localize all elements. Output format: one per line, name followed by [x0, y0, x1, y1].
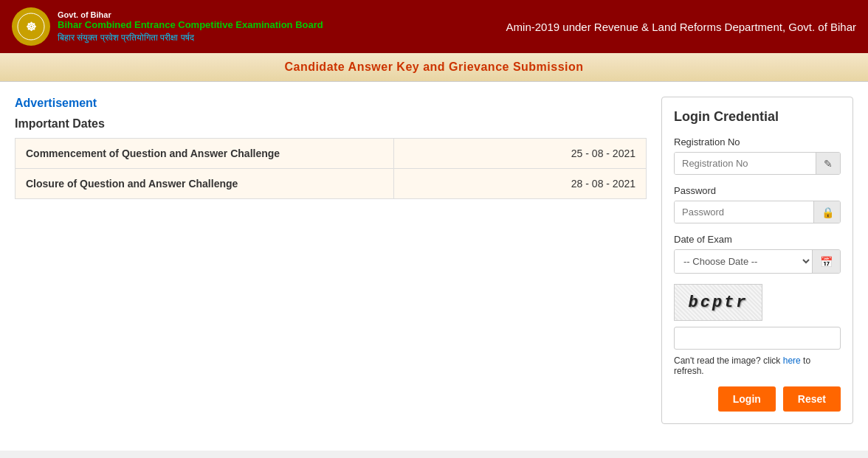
captcha-image: bcptr: [674, 284, 762, 321]
captcha-refresh-prefix: Can't read the image? click: [674, 355, 780, 366]
captcha-container: bcptr Can't read the image? click here t…: [674, 284, 841, 376]
reset-button[interactable]: Reset: [783, 386, 841, 412]
password-lock-icon-button[interactable]: 🔒: [813, 201, 841, 223]
svg-text:☸: ☸: [26, 21, 36, 33]
event-name: Commencement of Question and Answer Chal…: [16, 139, 394, 169]
hindi-text: बिहार संयुक्त प्रवेश प्रतियोगिता परीक्षा…: [58, 32, 323, 43]
reg-no-input[interactable]: [675, 153, 816, 174]
sub-header: Candidate Answer Key and Grievance Submi…: [0, 53, 868, 82]
advertisement-link[interactable]: Advertisement: [15, 97, 647, 110]
emblem-icon: ☸: [12, 7, 50, 46]
captcha-input[interactable]: [674, 327, 841, 350]
header: ☸ Govt. of Bihar Bihar Combined Entrance…: [0, 0, 868, 53]
captcha-text: bcptr: [688, 294, 748, 312]
dates-table: Commencement of Question and Answer Chal…: [15, 138, 647, 199]
lock-icon: 🔒: [822, 207, 834, 218]
date-of-exam-select[interactable]: -- Choose Date --: [675, 250, 812, 273]
important-dates-title: Important Dates: [15, 117, 647, 131]
captcha-refresh-link[interactable]: here: [783, 355, 803, 366]
gov-line: Govt. of Bihar: [58, 10, 323, 19]
table-row: Commencement of Question and Answer Chal…: [16, 139, 647, 169]
registration-no-group: Registration No ✎: [674, 136, 841, 175]
event-name: Closure of Question and Answer Challenge: [16, 169, 394, 199]
login-title: Login Credential: [674, 109, 841, 125]
reg-no-edit-icon-button[interactable]: ✎: [816, 153, 840, 174]
board-name: Bihar Combined Entrance Competitive Exam…: [58, 19, 323, 32]
main-content: Advertisement Important Dates Commenceme…: [0, 82, 868, 451]
login-button[interactable]: Login: [718, 386, 776, 412]
password-group: Password 🔒: [674, 185, 841, 223]
logo-area: ☸ Govt. of Bihar Bihar Combined Entrance…: [12, 7, 323, 46]
date-of-exam-label: Date of Exam: [674, 234, 841, 245]
logo-text-block: Govt. of Bihar Bihar Combined Entrance C…: [58, 10, 323, 44]
date-of-exam-group: Date of Exam -- Choose Date -- 📅: [674, 234, 841, 274]
header-page-title: Amin-2019 under Revenue & Land Reforms D…: [506, 21, 856, 33]
table-row: Closure of Question and Answer Challenge…: [16, 169, 647, 199]
login-panel: Login Credential Registration No ✎ Passw…: [661, 97, 853, 424]
password-label: Password: [674, 185, 841, 196]
edit-icon: ✎: [824, 158, 833, 170]
captcha-refresh-text: Can't read the image? click here to refr…: [674, 355, 841, 376]
event-date: 28 - 08 - 2021: [394, 169, 647, 199]
date-of-exam-select-container: -- Choose Date -- 📅: [674, 249, 841, 274]
sub-header-title: Candidate Answer Key and Grievance Submi…: [284, 60, 583, 73]
calendar-icon: 📅: [820, 256, 833, 268]
calendar-icon-button[interactable]: 📅: [812, 250, 840, 273]
left-panel: Advertisement Important Dates Commenceme…: [15, 97, 661, 199]
button-row: Login Reset: [674, 386, 841, 412]
password-input-container: 🔒: [674, 201, 841, 223]
reg-no-input-container: ✎: [674, 152, 841, 175]
reg-no-label: Registration No: [674, 136, 841, 148]
password-input[interactable]: [675, 201, 813, 223]
event-date: 25 - 08 - 2021: [394, 139, 647, 169]
